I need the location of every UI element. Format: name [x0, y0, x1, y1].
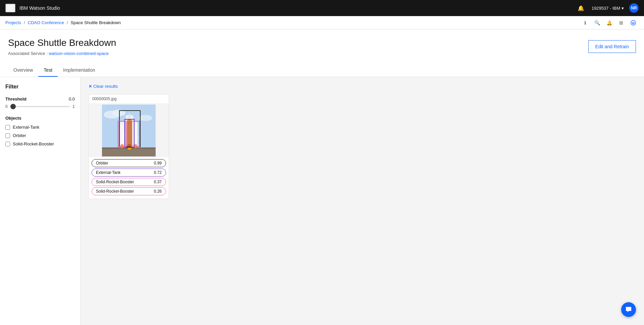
detection-row: Orbiter 0.99 — [92, 159, 166, 167]
detection-list: Orbiter 0.99 External-Tank 0.72 Solid-Ro… — [89, 157, 169, 199]
threshold-section: Threshold 0.0 0 1 — [5, 96, 75, 109]
service-link[interactable]: watson-vision-combined-space — [49, 51, 108, 56]
checkbox-orbiter-input[interactable] — [5, 133, 10, 138]
chat-icon — [625, 306, 632, 313]
detection-score-3: 0.37 — [154, 180, 162, 184]
results-area: ✕ Clear results 00000005.jpg — [80, 77, 644, 325]
page-header: Space Shuttle Breakdown Associated Servi… — [0, 29, 644, 77]
detection-name-3: Solid-Rocket-Booster — [96, 180, 134, 184]
edit-and-retrain-button[interactable]: Edit and Retrain — [588, 40, 636, 53]
checkbox-orbiter-label: Orbiter — [13, 133, 26, 138]
breadcrumb-bar: Projects / CDAO Conference / Space Shutt… — [0, 16, 644, 29]
info-icon[interactable]: ℹ — [580, 17, 590, 28]
tab-test[interactable]: Test — [38, 64, 58, 77]
subtitle-prefix: Associated Service : — [8, 51, 48, 56]
breadcrumb-sep-2: / — [67, 20, 68, 25]
app-brand-title: IBM Watson Studio — [19, 5, 60, 11]
objects-section: Objects External-Tank Orbiter Solid-Rock… — [5, 116, 75, 146]
watson-icon[interactable]: W — [628, 17, 639, 28]
clear-results-label: Clear results — [93, 84, 118, 89]
chat-fab-button[interactable] — [621, 302, 636, 317]
sidebar-filter: Filter Threshold 0.0 0 1 Objects Externa… — [0, 77, 80, 325]
hamburger-menu-button[interactable] — [5, 4, 15, 12]
threshold-slider[interactable] — [10, 106, 70, 107]
detection-row: Solid-Rocket-Booster 0.37 — [92, 178, 166, 186]
shuttle-illustration — [102, 105, 156, 156]
threshold-slider-row: 0 1 — [5, 104, 75, 109]
notification-bell-icon[interactable]: 🔔 — [604, 17, 614, 28]
result-filename: 00000005.jpg — [89, 94, 169, 104]
tabs: Overview Test Implementation — [8, 64, 636, 77]
clear-results-button[interactable]: ✕ Clear results — [89, 84, 118, 89]
checkbox-solid-rocket-input[interactable] — [5, 142, 10, 146]
svg-point-5 — [139, 115, 152, 121]
main-content: Filter Threshold 0.0 0 1 Objects Externa… — [0, 77, 644, 325]
checkbox-external-tank[interactable]: External-Tank — [5, 125, 75, 130]
breadcrumb-conference[interactable]: CDAO Conference — [28, 20, 64, 25]
detection-name-1: Orbiter — [96, 161, 108, 166]
breadcrumb-projects[interactable]: Projects — [5, 20, 21, 25]
detection-score-4: 0.26 — [154, 189, 162, 194]
threshold-value: 0.0 — [69, 96, 75, 102]
detection-name-2: External-Tank — [96, 170, 120, 175]
checkbox-external-tank-label: External-Tank — [13, 125, 39, 130]
svg-text:W: W — [632, 21, 635, 25]
result-image-container — [89, 104, 169, 157]
top-navigation: IBM Watson Studio 🔔 1929537 - IBM ▾ NR — [0, 0, 644, 16]
slider-min-label: 0 — [5, 104, 8, 109]
svg-point-18 — [120, 121, 124, 124]
checkbox-solid-rocket-booster[interactable]: Solid-Rocket-Booster — [5, 141, 75, 146]
detection-name-4: Solid-Rocket-Booster — [96, 189, 134, 194]
notification-icon[interactable]: 🔔 — [576, 3, 586, 13]
clear-x-icon: ✕ — [89, 84, 92, 89]
grid-icon[interactable]: ⊞ — [616, 17, 627, 28]
page-subtitle: Associated Service : watson-vision-combi… — [8, 51, 116, 56]
breadcrumb-icons: ℹ 🔍 🔔 ⊞ W — [580, 17, 639, 28]
detection-score-2: 0.72 — [154, 170, 162, 175]
tab-overview[interactable]: Overview — [8, 64, 38, 77]
page-title: Space Shuttle Breakdown — [8, 38, 116, 48]
breadcrumb-sep-1: / — [24, 20, 25, 25]
tab-implementation[interactable]: Implementation — [58, 64, 101, 77]
breadcrumb-current: Space Shuttle Breakdown — [71, 20, 121, 25]
account-label: 1929537 - IBM — [592, 6, 620, 11]
chevron-down-icon: ▾ — [622, 6, 624, 11]
objects-label: Objects — [5, 116, 75, 121]
avatar[interactable]: NR — [629, 3, 639, 13]
result-card: 00000005.jpg — [89, 94, 169, 199]
detection-score-1: 0.99 — [154, 161, 162, 166]
search-icon[interactable]: 🔍 — [592, 17, 602, 28]
threshold-label: Threshold 0.0 — [5, 96, 75, 102]
checkbox-orbiter[interactable]: Orbiter — [5, 133, 75, 138]
checkbox-external-tank-input[interactable] — [5, 125, 10, 130]
breadcrumb: Projects / CDAO Conference / Space Shutt… — [5, 20, 121, 25]
svg-rect-17 — [120, 123, 124, 146]
detection-row: External-Tank 0.72 — [92, 169, 166, 177]
account-selector[interactable]: 1929537 - IBM ▾ — [589, 4, 627, 12]
filter-title: Filter — [5, 84, 75, 90]
slider-max-label: 1 — [72, 104, 75, 109]
checkbox-solid-rocket-label: Solid-Rocket-Booster — [13, 141, 54, 146]
detection-row: Solid-Rocket-Booster 0.26 — [92, 187, 166, 195]
